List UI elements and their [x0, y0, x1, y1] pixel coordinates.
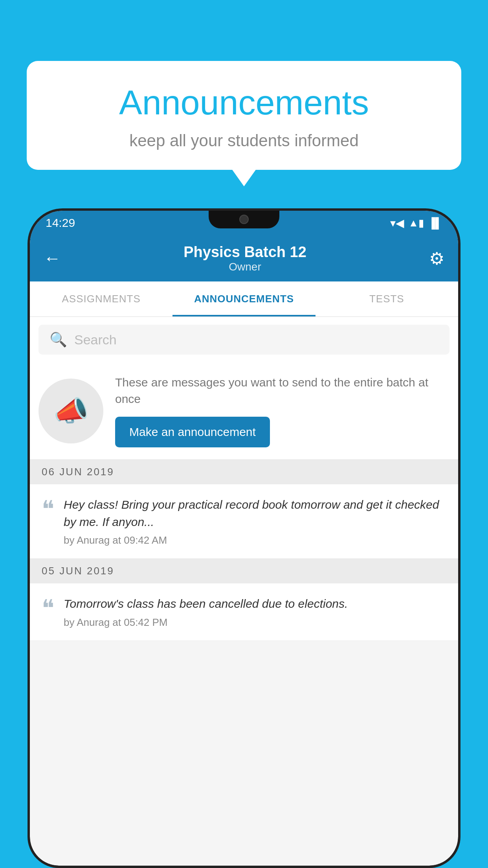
search-icon: 🔍 [50, 331, 67, 348]
tab-announcements[interactable]: ANNOUNCEMENTS [172, 281, 315, 316]
tabs-bar: ASSIGNMENTS ANNOUNCEMENTS TESTS [30, 281, 458, 317]
side-button-right [459, 337, 460, 384]
announcement-text-2: Tomorrow's class has been cancelled due … [64, 595, 446, 612]
phone-frame: 14:29 ▾◀ ▲▮ ▐▌ ← Physics Batch 12 Owner … [28, 208, 460, 868]
bubble-subtitle: keep all your students informed [50, 131, 438, 150]
promo-description: These are messages you want to send to t… [115, 374, 446, 407]
status-icons: ▾◀ ▲▮ ▐▌ [390, 217, 442, 230]
header-title: Physics Batch 12 [69, 244, 421, 261]
bubble-title: Announcements [50, 83, 438, 123]
date-label-1: 06 JUN 2019 [42, 466, 114, 478]
quote-icon-2: ❝ [42, 597, 54, 620]
app-header: ← Physics Batch 12 Owner ⚙ [30, 235, 458, 281]
header-subtitle: Owner [69, 261, 421, 273]
tab-tests[interactable]: TESTS [316, 281, 458, 316]
status-time: 14:29 [46, 216, 75, 230]
date-divider-1: 06 JUN 2019 [30, 460, 458, 484]
promo-right: These are messages you want to send to t… [115, 374, 446, 447]
phone-notch [209, 211, 279, 228]
make-announcement-button[interactable]: Make an announcement [115, 417, 270, 447]
header-center: Physics Batch 12 Owner [69, 244, 421, 273]
date-divider-2: 05 JUN 2019 [30, 559, 458, 583]
announcement-promo: 📣 These are messages you want to send to… [30, 362, 458, 460]
battery-icon: ▐▌ [428, 217, 442, 229]
tab-assignments[interactable]: ASSIGNMENTS [30, 281, 172, 316]
quote-icon-1: ❝ [42, 498, 54, 521]
content-area: 🔍 Search 📣 These are messages you want t… [30, 317, 458, 641]
side-button-left-3 [28, 411, 29, 458]
announcement-author-2: by Anurag at 05:42 PM [64, 616, 446, 629]
megaphone-icon: 📣 [53, 394, 89, 428]
announcement-text-1: Hey class! Bring your practical record b… [64, 496, 446, 530]
side-button-left-1 [28, 313, 29, 344]
back-button[interactable]: ← [44, 248, 61, 268]
phone-camera [239, 215, 249, 224]
announcement-content-2: Tomorrow's class has been cancelled due … [64, 595, 446, 629]
gear-icon[interactable]: ⚙ [429, 248, 444, 268]
signal-icon: ▲▮ [408, 217, 424, 229]
phone-screen: 14:29 ▾◀ ▲▮ ▐▌ ← Physics Batch 12 Owner … [30, 211, 458, 866]
date-label-2: 05 JUN 2019 [42, 565, 114, 577]
announcement-author-1: by Anurag at 09:42 AM [64, 534, 446, 546]
search-bar[interactable]: 🔍 Search [39, 325, 449, 355]
side-button-left-2 [28, 356, 29, 403]
announcement-item-2[interactable]: ❝ Tomorrow's class has been cancelled du… [30, 583, 458, 641]
search-placeholder: Search [74, 332, 117, 348]
promo-avatar: 📣 [39, 379, 103, 443]
announcement-item-1[interactable]: ❝ Hey class! Bring your practical record… [30, 484, 458, 559]
speech-bubble-container: Announcements keep all your students inf… [27, 61, 461, 170]
announcement-content-1: Hey class! Bring your practical record b… [64, 496, 446, 546]
speech-bubble: Announcements keep all your students inf… [27, 61, 461, 170]
wifi-icon: ▾◀ [390, 217, 404, 230]
